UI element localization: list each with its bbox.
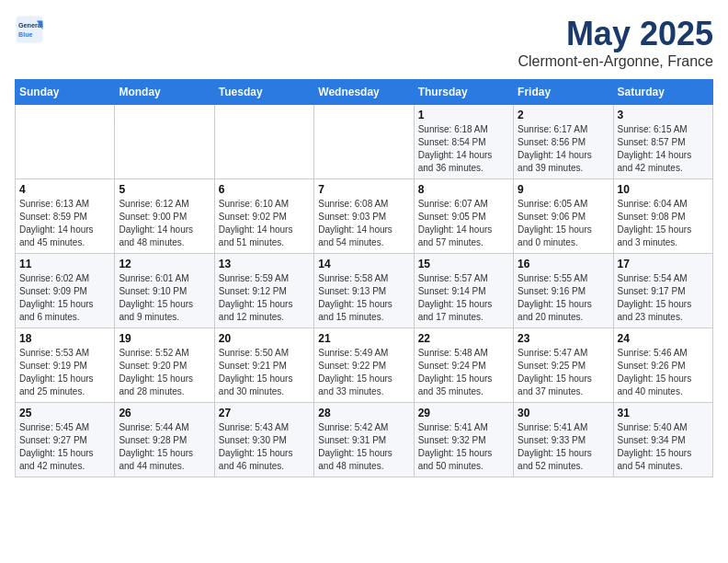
calendar-cell: 14Sunrise: 5:58 AM Sunset: 9:13 PM Dayli… — [314, 254, 414, 328]
calendar-cell: 9Sunrise: 6:05 AM Sunset: 9:06 PM Daylig… — [514, 179, 613, 254]
day-info: Sunrise: 5:40 AM Sunset: 9:34 PM Dayligh… — [618, 421, 709, 473]
day-number: 1 — [418, 109, 509, 121]
day-number: 26 — [119, 407, 210, 419]
calendar-cell: 5Sunrise: 6:12 AM Sunset: 9:00 PM Daylig… — [115, 179, 214, 254]
header-cell-saturday: Saturday — [613, 80, 712, 105]
day-info: Sunrise: 6:08 AM Sunset: 9:03 PM Dayligh… — [318, 198, 409, 249]
day-number: 5 — [119, 183, 210, 196]
calendar-cell: 2Sunrise: 6:17 AM Sunset: 8:56 PM Daylig… — [514, 105, 613, 179]
day-number: 25 — [19, 407, 110, 419]
calendar-cell: 28Sunrise: 5:42 AM Sunset: 9:31 PM Dayli… — [314, 403, 414, 477]
day-number: 4 — [19, 183, 110, 196]
day-number: 22 — [418, 332, 509, 345]
day-info: Sunrise: 5:47 AM Sunset: 9:25 PM Dayligh… — [518, 347, 609, 398]
calendar-cell: 30Sunrise: 5:41 AM Sunset: 9:33 PM Dayli… — [514, 403, 613, 477]
calendar-cell: 26Sunrise: 5:44 AM Sunset: 9:28 PM Dayli… — [115, 403, 214, 477]
day-info: Sunrise: 6:04 AM Sunset: 9:08 PM Dayligh… — [618, 198, 709, 249]
calendar-cell — [314, 105, 414, 179]
day-info: Sunrise: 5:55 AM Sunset: 9:16 PM Dayligh… — [518, 272, 609, 324]
calendar-table: SundayMondayTuesdayWednesdayThursdayFrid… — [15, 79, 713, 477]
day-number: 8 — [418, 183, 509, 196]
day-info: Sunrise: 5:59 AM Sunset: 9:12 PM Dayligh… — [219, 272, 310, 324]
calendar-header: SundayMondayTuesdayWednesdayThursdayFrid… — [16, 80, 713, 105]
calendar-cell: 29Sunrise: 5:41 AM Sunset: 9:32 PM Dayli… — [414, 403, 513, 477]
calendar-body: 1Sunrise: 6:18 AM Sunset: 8:54 PM Daylig… — [16, 105, 713, 477]
calendar-cell — [16, 105, 115, 179]
calendar-cell: 20Sunrise: 5:50 AM Sunset: 9:21 PM Dayli… — [214, 328, 313, 403]
day-number: 15 — [418, 258, 509, 270]
week-row-1: 1Sunrise: 6:18 AM Sunset: 8:54 PM Daylig… — [16, 105, 713, 179]
subtitle: Clermont-en-Argonne, France — [518, 53, 713, 70]
calendar-cell: 6Sunrise: 6:10 AM Sunset: 9:02 PM Daylig… — [214, 179, 313, 254]
day-number: 14 — [318, 258, 409, 270]
day-info: Sunrise: 5:42 AM Sunset: 9:31 PM Dayligh… — [318, 421, 409, 473]
calendar-cell: 31Sunrise: 5:40 AM Sunset: 9:34 PM Dayli… — [613, 403, 712, 477]
day-number: 20 — [219, 332, 310, 345]
day-info: Sunrise: 5:43 AM Sunset: 9:30 PM Dayligh… — [219, 421, 310, 473]
header-cell-friday: Friday — [514, 80, 613, 105]
week-row-5: 25Sunrise: 5:45 AM Sunset: 9:27 PM Dayli… — [16, 403, 713, 477]
day-info: Sunrise: 6:02 AM Sunset: 9:09 PM Dayligh… — [19, 272, 110, 324]
calendar-cell: 10Sunrise: 6:04 AM Sunset: 9:08 PM Dayli… — [613, 179, 712, 254]
day-number: 3 — [618, 109, 709, 121]
day-info: Sunrise: 5:41 AM Sunset: 9:33 PM Dayligh… — [518, 421, 609, 473]
day-info: Sunrise: 6:12 AM Sunset: 9:00 PM Dayligh… — [119, 198, 210, 249]
day-number: 19 — [119, 332, 210, 345]
day-info: Sunrise: 6:05 AM Sunset: 9:06 PM Dayligh… — [518, 198, 609, 249]
day-number: 12 — [119, 258, 210, 270]
day-info: Sunrise: 5:41 AM Sunset: 9:32 PM Dayligh… — [418, 421, 509, 473]
day-number: 10 — [618, 183, 709, 196]
day-info: Sunrise: 6:13 AM Sunset: 8:59 PM Dayligh… — [19, 198, 110, 249]
day-number: 23 — [518, 332, 609, 345]
day-number: 21 — [318, 332, 409, 345]
calendar-cell: 13Sunrise: 5:59 AM Sunset: 9:12 PM Dayli… — [214, 254, 313, 328]
header: General Blue May 2025 Clermont-en-Argonn… — [15, 15, 713, 70]
main-title: May 2025 — [518, 15, 713, 53]
day-info: Sunrise: 5:58 AM Sunset: 9:13 PM Dayligh… — [318, 272, 409, 324]
day-number: 16 — [518, 258, 609, 270]
day-number: 9 — [518, 183, 609, 196]
day-info: Sunrise: 5:44 AM Sunset: 9:28 PM Dayligh… — [119, 421, 210, 473]
calendar-cell: 24Sunrise: 5:46 AM Sunset: 9:26 PM Dayli… — [613, 328, 712, 403]
calendar-cell: 4Sunrise: 6:13 AM Sunset: 8:59 PM Daylig… — [16, 179, 115, 254]
day-number: 2 — [518, 109, 609, 121]
calendar-cell: 12Sunrise: 6:01 AM Sunset: 9:10 PM Dayli… — [115, 254, 214, 328]
day-number: 28 — [318, 407, 409, 419]
day-number: 13 — [219, 258, 310, 270]
day-number: 31 — [618, 407, 709, 419]
calendar-cell: 27Sunrise: 5:43 AM Sunset: 9:30 PM Dayli… — [214, 403, 313, 477]
day-info: Sunrise: 5:49 AM Sunset: 9:22 PM Dayligh… — [318, 347, 409, 398]
header-row: SundayMondayTuesdayWednesdayThursdayFrid… — [16, 80, 713, 105]
day-info: Sunrise: 5:45 AM Sunset: 9:27 PM Dayligh… — [19, 421, 110, 473]
day-info: Sunrise: 6:18 AM Sunset: 8:54 PM Dayligh… — [418, 123, 509, 175]
title-area: May 2025 Clermont-en-Argonne, France — [518, 15, 713, 70]
day-number: 30 — [518, 407, 609, 419]
day-number: 27 — [219, 407, 310, 419]
day-info: Sunrise: 5:54 AM Sunset: 9:17 PM Dayligh… — [618, 272, 709, 324]
day-info: Sunrise: 5:52 AM Sunset: 9:20 PM Dayligh… — [119, 347, 210, 398]
calendar-cell: 15Sunrise: 5:57 AM Sunset: 9:14 PM Dayli… — [414, 254, 513, 328]
day-info: Sunrise: 6:01 AM Sunset: 9:10 PM Dayligh… — [119, 272, 210, 324]
header-cell-monday: Monday — [115, 80, 214, 105]
day-info: Sunrise: 6:07 AM Sunset: 9:05 PM Dayligh… — [418, 198, 509, 249]
day-info: Sunrise: 6:17 AM Sunset: 8:56 PM Dayligh… — [518, 123, 609, 175]
calendar-cell: 21Sunrise: 5:49 AM Sunset: 9:22 PM Dayli… — [314, 328, 414, 403]
calendar-cell — [214, 105, 313, 179]
day-number: 17 — [618, 258, 709, 270]
calendar-cell: 8Sunrise: 6:07 AM Sunset: 9:05 PM Daylig… — [414, 179, 513, 254]
calendar-cell — [115, 105, 214, 179]
svg-text:Blue: Blue — [18, 30, 33, 39]
day-info: Sunrise: 5:57 AM Sunset: 9:14 PM Dayligh… — [418, 272, 509, 324]
day-number: 24 — [618, 332, 709, 345]
calendar-cell: 7Sunrise: 6:08 AM Sunset: 9:03 PM Daylig… — [314, 179, 414, 254]
logo: General Blue — [15, 15, 44, 44]
calendar-cell: 18Sunrise: 5:53 AM Sunset: 9:19 PM Dayli… — [16, 328, 115, 403]
calendar-cell: 16Sunrise: 5:55 AM Sunset: 9:16 PM Dayli… — [514, 254, 613, 328]
day-info: Sunrise: 5:53 AM Sunset: 9:19 PM Dayligh… — [19, 347, 110, 398]
day-number: 6 — [219, 183, 310, 196]
week-row-3: 11Sunrise: 6:02 AM Sunset: 9:09 PM Dayli… — [16, 254, 713, 328]
week-row-4: 18Sunrise: 5:53 AM Sunset: 9:19 PM Dayli… — [16, 328, 713, 403]
day-number: 29 — [418, 407, 509, 419]
day-info: Sunrise: 6:15 AM Sunset: 8:57 PM Dayligh… — [618, 123, 709, 175]
day-number: 7 — [318, 183, 409, 196]
